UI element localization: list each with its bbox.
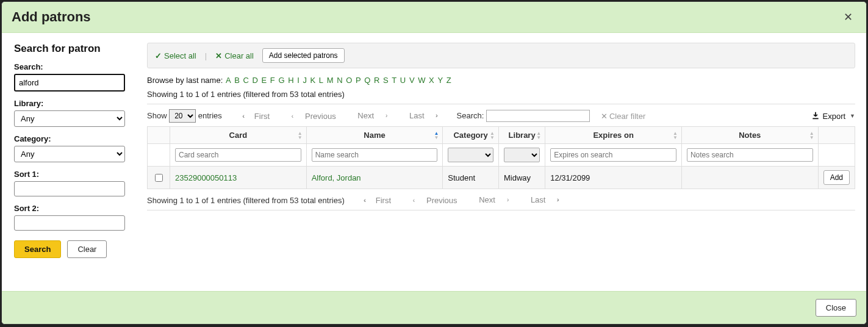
- browse-letter-a[interactable]: A: [226, 76, 231, 85]
- browse-letter-e[interactable]: E: [262, 76, 267, 85]
- clear-all-link[interactable]: ✕ Clear all: [215, 51, 254, 60]
- select-all-link[interactable]: ✓ Select all: [155, 51, 196, 60]
- library-select[interactable]: Any: [14, 110, 125, 127]
- browse-letter-t[interactable]: T: [392, 76, 396, 85]
- browse-letter-n[interactable]: N: [337, 76, 342, 85]
- export-label: Export: [823, 112, 846, 121]
- col-notes[interactable]: Notes▲▼: [681, 127, 818, 144]
- browse-letter-v[interactable]: V: [409, 76, 415, 85]
- pager-first[interactable]: ‹‹ First: [238, 112, 274, 121]
- info-bottom: Showing 1 to 1 of 1 entries (filtered fr…: [147, 196, 345, 205]
- add-selected-button[interactable]: Add selected patrons: [262, 48, 345, 63]
- browse-prefix: Browse by last name:: [147, 76, 225, 85]
- divider: [147, 104, 855, 104]
- controls-row-top: Show 20 entries ‹‹ First ‹ Previous Next…: [147, 109, 855, 123]
- pager-prev[interactable]: ‹ Previous: [408, 196, 462, 205]
- browse-letter-b[interactable]: B: [234, 76, 240, 85]
- toolbar: ✓ Select all | ✕ Clear all Add selected …: [147, 43, 855, 68]
- browse-letter-d[interactable]: D: [253, 76, 258, 85]
- table-search-label: Search:: [457, 111, 484, 120]
- chevron-left-icon: ‹: [413, 197, 415, 204]
- browse-letter-w[interactable]: W: [418, 76, 425, 85]
- entries-label: entries: [198, 111, 222, 120]
- separator: |: [205, 51, 207, 60]
- browse-letter-s[interactable]: S: [383, 76, 389, 85]
- caret-down-icon: ▼: [850, 113, 855, 119]
- category-filter-select[interactable]: [448, 148, 493, 162]
- close-button[interactable]: Close: [816, 299, 856, 317]
- col-name[interactable]: Name▲▼: [306, 127, 443, 144]
- library-filter-select[interactable]: [504, 148, 540, 162]
- results-panel: ✓ Select all | ✕ Clear all Add selected …: [136, 33, 866, 291]
- browse-letter-u[interactable]: U: [400, 76, 406, 85]
- browse-letter-x[interactable]: X: [429, 76, 434, 85]
- col-library[interactable]: Library▲▼: [498, 127, 545, 144]
- row-checkbox[interactable]: [155, 174, 163, 182]
- browse-letter-c[interactable]: C: [243, 76, 248, 85]
- browse-letter-m[interactable]: M: [327, 76, 334, 85]
- pager-prev[interactable]: ‹ Previous: [287, 112, 341, 121]
- pager-last[interactable]: Last ››: [404, 111, 441, 120]
- add-row-button[interactable]: Add: [823, 170, 850, 185]
- pager-next[interactable]: Next ›: [474, 195, 514, 204]
- export-button[interactable]: Export ▼: [811, 111, 856, 121]
- sidebar-buttons: Search Clear: [14, 240, 125, 258]
- table-search: Search:: [457, 110, 590, 122]
- check-icon: ✓: [155, 51, 162, 60]
- divider: [147, 210, 855, 210]
- browse-letter-o[interactable]: O: [346, 76, 352, 85]
- browse-letters: A B C D E F G H I J K L M N O P Q R S T …: [225, 76, 452, 85]
- cell-card[interactable]: 23529000050113: [170, 167, 307, 189]
- expires-filter-input[interactable]: [550, 148, 676, 162]
- sort-icon: ▲▼: [536, 131, 541, 140]
- browse-letter-q[interactable]: Q: [364, 76, 370, 85]
- browse-letter-i[interactable]: I: [297, 76, 299, 85]
- name-filter-input[interactable]: [312, 148, 438, 162]
- col-actions: [818, 127, 855, 144]
- length-select[interactable]: 20: [169, 109, 196, 123]
- length-control: Show 20 entries: [147, 109, 222, 123]
- browse-letter-z[interactable]: Z: [447, 76, 451, 85]
- browse-letter-l[interactable]: L: [319, 76, 323, 85]
- cell-name[interactable]: Alford, Jordan: [306, 167, 443, 189]
- search-input[interactable]: [14, 74, 125, 92]
- browse-letter-p[interactable]: P: [356, 76, 361, 85]
- modal-title: Add patrons: [12, 9, 91, 25]
- patrons-table: Card▲▼ Name▲▼ Category▲▼ Library▲▼ Expir…: [147, 126, 855, 189]
- col-checkbox: [148, 127, 170, 144]
- card-filter-input[interactable]: [175, 148, 301, 162]
- filter-actions-cell: [818, 144, 855, 167]
- browse-letter-h[interactable]: H: [288, 76, 293, 85]
- sidebar-title: Search for patron: [14, 43, 125, 55]
- info-top: Showing 1 to 1 of 1 entries (filtered fr…: [147, 90, 855, 99]
- browse-letter-k[interactable]: K: [310, 76, 316, 85]
- clear-button[interactable]: Clear: [67, 240, 107, 258]
- clear-all-label: Clear all: [224, 51, 254, 60]
- col-card[interactable]: Card▲▼: [170, 127, 307, 144]
- pager-first[interactable]: ‹‹ First: [359, 196, 396, 205]
- browse-letter-r[interactable]: R: [374, 76, 379, 85]
- browse-letter-y[interactable]: Y: [437, 76, 443, 85]
- browse-letter-f[interactable]: F: [270, 76, 275, 85]
- close-icon[interactable]: ✕: [840, 8, 856, 26]
- notes-filter-input[interactable]: [687, 148, 813, 162]
- clear-filter-link[interactable]: ✕ Clear filter: [601, 112, 645, 121]
- pager-next[interactable]: Next ›: [353, 111, 392, 120]
- pager-top: ‹‹ First ‹ Previous Next › Last ››: [233, 111, 446, 121]
- sort-icon: ▲▼: [673, 131, 678, 140]
- clear-filter-label: Clear filter: [609, 112, 645, 121]
- pager-last[interactable]: Last ››: [526, 195, 562, 204]
- sort2-input[interactable]: [14, 215, 125, 231]
- col-category[interactable]: Category▲▼: [443, 127, 499, 144]
- browse-letter-g[interactable]: G: [278, 76, 284, 85]
- search-label: Search:: [14, 62, 125, 71]
- chevron-right-icon: ›: [507, 196, 509, 203]
- col-expires[interactable]: Expires on▲▼: [545, 127, 682, 144]
- browse-letter-j[interactable]: J: [303, 76, 307, 85]
- select-all-label: Select all: [164, 51, 196, 60]
- pager-bottom: ‹‹ First ‹ Previous Next › Last ››: [354, 195, 567, 205]
- table-search-input[interactable]: [486, 110, 590, 122]
- sort1-input[interactable]: [14, 181, 125, 196]
- search-button[interactable]: Search: [14, 240, 61, 258]
- category-select[interactable]: Any: [14, 146, 125, 162]
